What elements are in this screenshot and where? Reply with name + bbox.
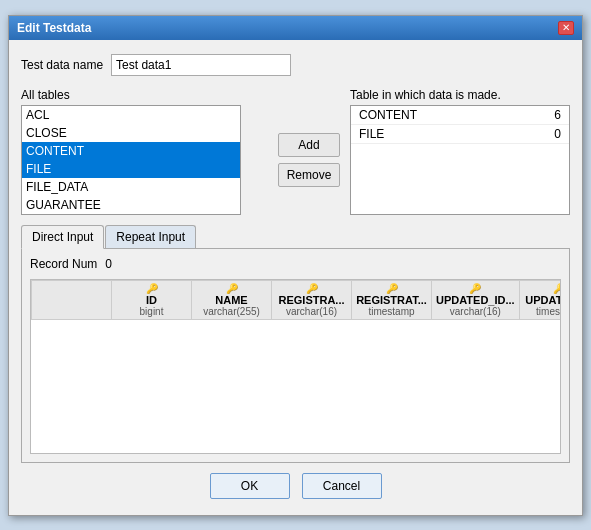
col-header-id: 🔑 ID bigint — [112, 280, 192, 319]
list-item-file[interactable]: FILE — [22, 160, 240, 178]
col-header-name: 🔑 NAME varchar(255) — [192, 280, 272, 319]
list-item-close[interactable]: CLOSE — [22, 124, 240, 142]
all-tables-label: All tables — [21, 88, 268, 102]
table-name-file: FILE — [351, 124, 518, 143]
list-item-acl[interactable]: ACL — [22, 106, 240, 124]
test-data-name-label: Test data name — [21, 58, 103, 72]
dialog-title: Edit Testdata — [17, 21, 91, 35]
test-data-name-input[interactable] — [111, 54, 291, 76]
test-data-name-row: Test data name — [21, 54, 570, 76]
tab-direct-input[interactable]: Direct Input — [21, 225, 104, 249]
ok-button[interactable]: OK — [210, 473, 290, 499]
row-num-header — [32, 280, 112, 319]
grid-table: 🔑 ID bigint 🔑 NAME varchar(255) — [31, 280, 561, 320]
list-item-file-data[interactable]: FILE_DATA — [22, 178, 240, 196]
list-item-content[interactable]: CONTENT — [22, 142, 240, 160]
col-header-registra: 🔑 REGISTRA... varchar(16) — [272, 280, 352, 319]
right-table-label: Table in which data is made. — [350, 88, 570, 102]
edit-testdata-dialog: Edit Testdata ✕ Test data name All table… — [8, 15, 583, 516]
record-num-label: Record Num — [30, 257, 97, 271]
tab-repeat-input[interactable]: Repeat Input — [105, 225, 196, 248]
tabs-area: Direct Input Repeat Input Record Num 0 — [21, 225, 570, 463]
tab-bar: Direct Input Repeat Input — [21, 225, 570, 248]
record-num-row: Record Num 0 — [30, 257, 561, 271]
right-table-box: Table in which data is made. CONTENT 6 F… — [350, 88, 570, 215]
table-row-content: CONTENT 6 — [351, 106, 569, 125]
data-grid[interactable]: 🔑 ID bigint 🔑 NAME varchar(255) — [30, 279, 561, 454]
col-header-registrat: 🔑 REGISTRAT... timestamp — [352, 280, 432, 319]
selected-tables-display: CONTENT 6 FILE 0 — [350, 105, 570, 215]
list-item-guarantee[interactable]: GUARANTEE — [22, 196, 240, 214]
all-tables-listbox[interactable]: ACL CLOSE CONTENT FILE FILE_DATA GUARANT… — [21, 105, 241, 215]
tab-content-direct: Record Num 0 🔑 ID bigint — [21, 248, 570, 463]
dialog-body: Test data name All tables ACL CLOSE CONT… — [9, 40, 582, 515]
bottom-buttons: OK Cancel — [21, 463, 570, 505]
all-tables-box: All tables ACL CLOSE CONTENT FILE FILE_D… — [21, 88, 268, 215]
table-row-file: FILE 0 — [351, 124, 569, 143]
close-button[interactable]: ✕ — [558, 21, 574, 35]
remove-button[interactable]: Remove — [278, 163, 340, 187]
cancel-button[interactable]: Cancel — [302, 473, 382, 499]
add-remove-buttons: Add Remove — [278, 88, 340, 215]
col-header-updated: 🔑 UPDATED_... timestamp — [519, 280, 561, 319]
table-name-content: CONTENT — [351, 106, 518, 125]
table-count-file: 0 — [518, 124, 569, 143]
table-count-content: 6 — [518, 106, 569, 125]
col-header-updated-id: 🔑 UPDATED_ID... varchar(16) — [432, 280, 520, 319]
record-num-value: 0 — [105, 257, 112, 271]
tables-section: All tables ACL CLOSE CONTENT FILE FILE_D… — [21, 88, 570, 215]
title-bar: Edit Testdata ✕ — [9, 16, 582, 40]
add-button[interactable]: Add — [278, 133, 340, 157]
